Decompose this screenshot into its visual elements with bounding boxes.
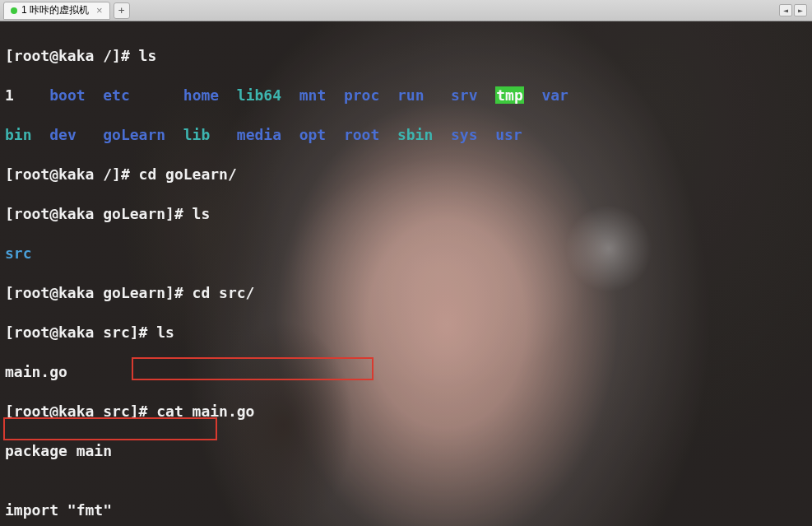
command-text: ls <box>193 205 211 222</box>
tab-active[interactable]: 1 咔咔的虚拟机 × <box>3 2 110 20</box>
ls-item: sbin <box>397 126 433 143</box>
new-tab-button[interactable]: + <box>114 2 130 19</box>
ls-item: dev <box>49 126 77 143</box>
ls-item: home <box>183 86 219 104</box>
scroll-right-button[interactable]: ► <box>794 4 807 16</box>
prompt: [root@kaka /]# <box>5 165 139 183</box>
ls-item: usr <box>495 126 522 143</box>
command-text: ls <box>139 47 157 64</box>
terminal-output: [root@kaka /]# ls 1 boot etc home lib64 … <box>0 21 812 526</box>
ls-item: src <box>5 244 32 262</box>
ls-item: media <box>237 126 281 143</box>
ls-item: var <box>541 86 568 104</box>
scroll-left-button[interactable]: ◄ <box>779 4 792 16</box>
ls-item: sys <box>451 126 478 143</box>
highlight-box-string-literal <box>132 357 374 380</box>
highlight-box-program-output <box>3 417 217 440</box>
ls-item: srv <box>451 86 478 104</box>
tab-title: 1 咔咔的虚拟机 <box>21 3 89 17</box>
prompt: [root@kaka src]# <box>5 324 156 341</box>
tab-scroll-controls: ◄ ► <box>779 4 807 16</box>
ls-item: proc <box>344 86 379 104</box>
source-line: import "fmt" <box>5 501 112 519</box>
prompt: [root@kaka goLearn]# <box>5 284 193 301</box>
source-line: package main <box>5 442 112 459</box>
prompt: [root@kaka goLearn]# <box>5 205 193 222</box>
command-text: ls <box>156 324 174 341</box>
prompt: [root@kaka /]# <box>5 47 139 64</box>
ls-item: main.go <box>5 363 67 380</box>
ls-item: goLearn <box>103 126 165 143</box>
ls-item: lib <box>183 126 211 143</box>
ls-item: 1 <box>5 86 14 104</box>
ls-item-highlighted: tmp <box>495 86 524 104</box>
ls-item: run <box>397 86 425 104</box>
ls-item: etc <box>103 86 130 104</box>
ls-item: boot <box>49 86 85 104</box>
terminal-pane[interactable]: [root@kaka /]# ls 1 boot etc home lib64 … <box>0 21 812 526</box>
plus-icon: + <box>118 4 125 16</box>
close-icon[interactable]: × <box>96 4 103 16</box>
command-text: cd src/ <box>193 284 255 301</box>
ls-item: opt <box>299 126 327 143</box>
ls-item: lib64 <box>237 86 281 104</box>
ls-item: bin <box>5 126 32 143</box>
ls-item: mnt <box>299 86 327 104</box>
tab-bar: 1 咔咔的虚拟机 × + ◄ ► <box>0 0 812 21</box>
ls-item: root <box>344 126 379 143</box>
command-text: cd goLearn/ <box>139 165 237 183</box>
status-dot-icon <box>11 7 17 14</box>
